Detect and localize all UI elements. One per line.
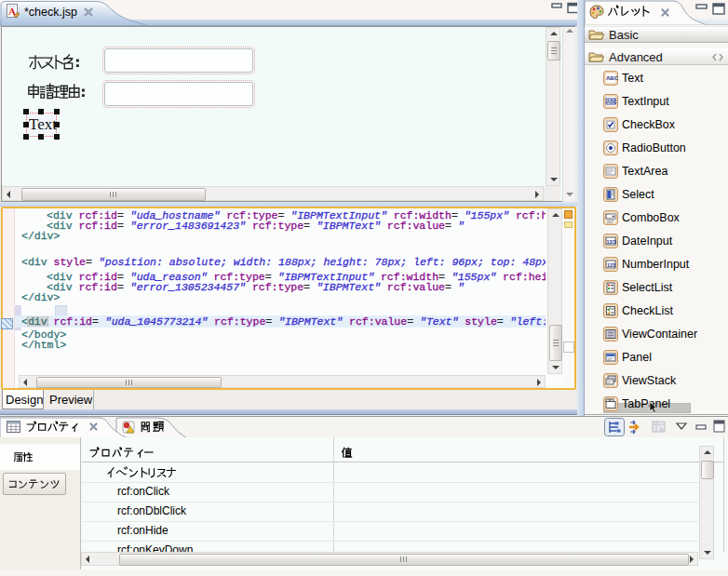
svg-text:ABC: ABC — [607, 99, 617, 104]
svg-text:ABC: ABC — [606, 75, 618, 81]
svg-text:123: 123 — [607, 262, 615, 268]
svg-text:12/3: 12/3 — [606, 239, 616, 245]
